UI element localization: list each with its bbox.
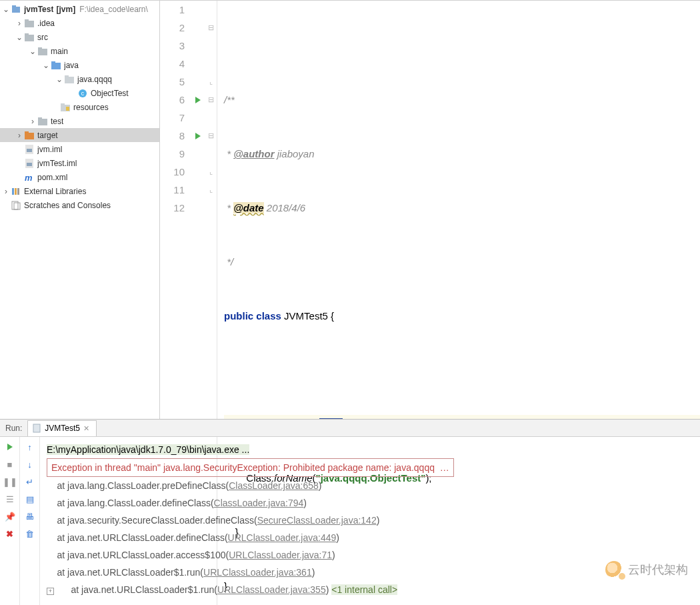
stack-link[interactable]: URLClassLoader.java:361 [203,567,312,578]
chevron-right-icon[interactable]: › [1,187,11,196]
expand-icon[interactable]: + [47,588,54,595]
svg-rect-10 [65,77,74,83]
tree-item-target[interactable]: › target [0,128,159,142]
line-number[interactable]: 9 [160,145,185,163]
tree-item-jvmtest-iml[interactable]: jvmTest.iml [0,156,159,170]
tree-item-test[interactable]: › test [0,114,159,128]
tree-label: pom.xml [37,173,67,182]
scratch-icon [11,200,21,211]
soft-wrap-icon[interactable]: ↵ [24,476,36,488]
line-number[interactable]: 2 [160,19,185,37]
line-number[interactable]: 6 [160,91,185,109]
svg-rect-6 [38,49,47,55]
print-icon[interactable]: 🖶 [24,510,36,522]
class-icon: c [77,88,88,99]
run-label: Run: [0,424,27,433]
chevron-right-icon[interactable]: › [15,19,24,28]
tree-label: java [64,61,79,70]
tree-path: F:\idea_code\learn\ [79,5,148,14]
up-icon[interactable]: ↑ [24,441,36,453]
tree-item-jvm-iml[interactable]: jvm.iml [0,142,159,156]
tree-item-java[interactable]: ⌄ java [0,58,159,72]
line-number[interactable]: 1 [160,1,185,19]
svg-rect-7 [38,47,42,49]
run-config-icon [32,424,41,433]
chevron-right-icon[interactable]: › [28,117,37,126]
chevron-down-icon[interactable]: ⌄ [41,61,51,70]
fold-toggle-icon[interactable]: ⊟ [205,127,217,145]
tree-item-package[interactable]: ⌄ java.qqqq [0,72,159,86]
stack-link[interactable]: ClassLoader.java:658 [229,480,319,491]
tree-item-scratches[interactable]: Scratches and Consoles [0,198,159,212]
svg-rect-11 [65,75,69,77]
tree-root[interactable]: ⌄ jvmTest [jvm] F:\idea_code\learn\ [0,2,159,16]
close-icon[interactable]: ✕ [83,424,89,433]
watermark: 云时代架构 [605,561,688,578]
line-number[interactable]: 5 [160,73,185,91]
chevron-down-icon[interactable]: ⌄ [28,47,37,56]
scroll-to-end-icon[interactable]: ▤ [24,493,36,505]
run-tab[interactable]: JVMTest5 ✕ [27,420,97,436]
pause-icon[interactable]: ❚❚ [4,476,16,488]
line-number[interactable]: 10 [160,163,185,181]
svg-rect-9 [51,61,55,63]
line-number[interactable]: 12 [160,199,185,217]
tree-item-resources[interactable]: resources [0,100,159,114]
stack-link[interactable]: ClassLoader.java:794 [214,498,304,508]
svg-rect-2 [25,21,34,27]
svg-rect-3 [25,19,29,21]
svg-rect-31 [33,424,40,432]
internal-call[interactable]: <1 internal call> [331,584,397,595]
run-class-icon[interactable] [191,91,205,109]
tree-item-idea[interactable]: › .idea [0,16,159,30]
stack-frame: at java.net.URLClassLoader.access$100 [47,550,226,560]
tree-label: .idea [37,19,55,28]
line-number[interactable]: 3 [160,37,185,55]
close-icon[interactable]: ✖ [4,528,16,540]
stack-frame: at java.net.URLClassLoader$1.run [47,567,200,578]
fold-toggle-icon[interactable]: ⊟ [205,19,217,37]
line-number[interactable]: 8 [160,127,185,145]
stop-icon[interactable]: ■ [4,458,16,470]
chevron-down-icon[interactable]: ⌄ [15,33,24,42]
stack-link[interactable]: URLClassLoader.java:355 [217,584,326,595]
stack-link[interactable]: SecureClassLoader.java:142 [257,515,377,526]
tree-item-external-libs[interactable]: › External Libraries [0,184,159,198]
svg-text:m: m [25,173,33,182]
chevron-right-icon[interactable]: › [15,131,24,140]
dump-threads-icon[interactable]: ☰ [4,493,16,505]
doc-close: */ [227,256,233,267]
svg-rect-4 [25,35,34,41]
svg-rect-28 [17,188,19,195]
line-number[interactable]: 7 [160,109,185,127]
tree-label: jvm.iml [37,145,62,154]
tree-item-src[interactable]: ⌄ src [0,30,159,44]
console-output[interactable]: E:\myApplication\java\jdk1.7.0_79\bin\ja… [40,437,700,605]
chevron-down-icon[interactable]: ⌄ [1,5,11,14]
folder-icon [37,116,48,127]
editor[interactable]: 1 2 3 4 5 6 7 8 9 10 11 12 [160,1,700,419]
kw: public [224,310,253,322]
fold-toggle-icon[interactable]: ⊟ [205,91,217,109]
excluded-folder-icon [24,130,35,141]
down-icon[interactable]: ↓ [24,458,36,470]
project-tree[interactable]: ⌄ jvmTest [jvm] F:\idea_code\learn\ › .i… [0,1,160,419]
iml-file-icon [24,144,35,155]
trash-icon[interactable]: 🗑 [24,528,36,540]
rerun-icon[interactable] [4,441,16,453]
run-main-icon[interactable] [191,127,205,145]
chevron-down-icon[interactable]: ⌄ [55,75,64,84]
stack-link[interactable]: URLClassLoader.java:449 [228,532,337,543]
iml-file-icon [24,158,35,169]
line-number[interactable]: 4 [160,55,185,73]
tree-item-pom[interactable]: m pom.xml [0,170,159,184]
stack-link[interactable]: URLClassLoader.java:71 [229,550,332,560]
pin-icon[interactable]: 📌 [4,510,16,522]
run-tool-window: Run: JVMTest5 ✕ ■ ❚❚ ☰ 📌 ✖ ↑ ↓ ↵ ▤ 🖶 [0,419,700,605]
line-number[interactable]: 11 [160,181,185,199]
tree-item-class[interactable]: c ObjectTest [0,86,159,100]
svg-rect-24 [27,163,32,166]
svg-rect-16 [66,107,69,111]
tree-item-main[interactable]: ⌄ main [0,44,159,58]
source-folder-icon [51,60,61,71]
